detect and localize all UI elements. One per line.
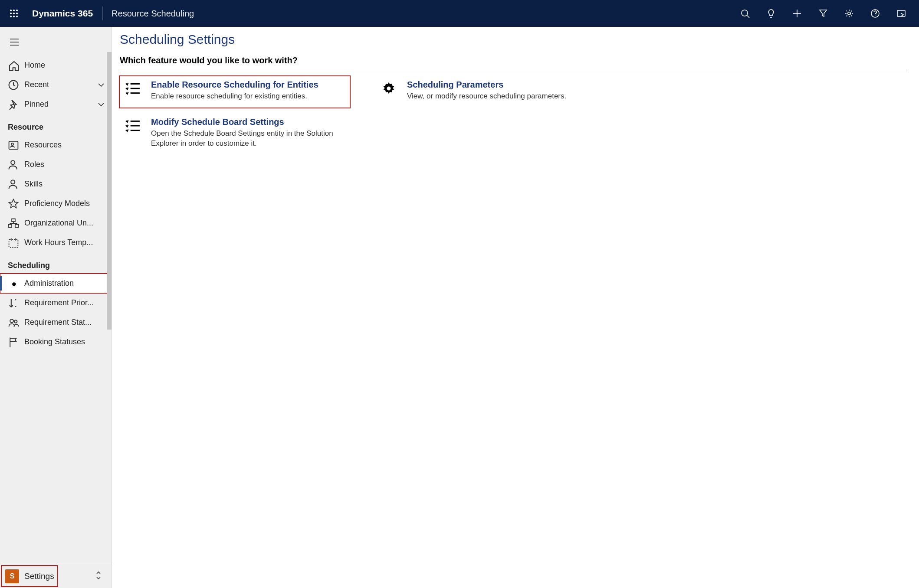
nav-label: Skills (24, 180, 105, 189)
gear-solid-icon (381, 81, 397, 96)
person-card-icon (8, 140, 19, 151)
person-card-icon-slot (8, 140, 19, 151)
nav-item[interactable]: Requirement Prior... (0, 293, 112, 313)
funnel-icon (818, 9, 828, 18)
settings-button[interactable] (837, 0, 862, 27)
app-name-label: Resource Scheduling (103, 9, 194, 19)
nav-label: Booking Statuses (24, 337, 105, 346)
area-switcher[interactable]: S Settings (0, 564, 112, 588)
nav-label: Home (24, 61, 105, 70)
nav-section-scheduling: Scheduling (0, 252, 112, 274)
nav-label: Requirement Prior... (24, 298, 105, 307)
people-icon-slot (8, 317, 19, 328)
pin-icon (8, 99, 19, 110)
panel-icon (896, 9, 906, 18)
nav-item-home[interactable]: Home (0, 56, 112, 75)
feature-tile[interactable]: Scheduling Parameters View, or modify re… (376, 76, 571, 105)
tile-desc: View, or modify resource scheduling para… (407, 91, 566, 101)
sidebar: Home Recent Pinned Resource Resources Ro… (0, 27, 112, 588)
calendar-dotted-icon-slot (8, 237, 19, 248)
app-launcher-button[interactable] (5, 5, 23, 22)
main-content: Scheduling Settings Which feature would … (112, 27, 919, 588)
hamburger-icon (10, 38, 19, 46)
gear-icon (8, 278, 19, 289)
nav-item-pinned[interactable]: Pinned (0, 95, 112, 114)
calendar-dotted-icon (8, 237, 19, 248)
nav-label: Work Hours Temp... (24, 238, 105, 247)
help-button[interactable] (863, 0, 888, 27)
chevron-updown-icon (95, 571, 102, 580)
nav-item[interactable]: Resources (0, 135, 112, 155)
nav-item[interactable]: Proficiency Models (0, 194, 112, 213)
area-label: Settings (24, 572, 54, 581)
nav-item[interactable]: Administration (0, 274, 112, 293)
checklist-icon (125, 118, 141, 134)
nav-item[interactable]: Organizational Un... (0, 213, 112, 233)
tile-desc: Open the Schedule Board Settings entity … (151, 129, 345, 149)
sort-down-icon (8, 297, 19, 309)
sort-down-icon-slot (8, 297, 19, 309)
person-icon-slot (8, 159, 19, 170)
flag-icon (8, 336, 19, 348)
waffle-icon (10, 9, 18, 18)
area-switch-icon (95, 571, 102, 581)
plus-icon (792, 9, 802, 18)
top-bar-right (732, 0, 914, 27)
nav-section-resource: Resource (0, 114, 112, 135)
gear-icon (844, 9, 854, 18)
area-badge: S (5, 569, 19, 583)
clock-icon (8, 79, 19, 91)
panel-toggle-button[interactable] (889, 0, 914, 27)
search-button[interactable] (732, 0, 758, 27)
person-icon (8, 159, 19, 170)
nav-item[interactable]: Roles (0, 155, 112, 174)
page-subtitle: Which feature would you like to work wit… (120, 53, 907, 70)
nav-label: Recent (24, 80, 97, 89)
star-icon-slot (8, 198, 19, 209)
lightbulb-icon (766, 9, 776, 18)
chevron-down-icon (97, 81, 105, 89)
search-icon (740, 9, 750, 18)
home-icon-slot (8, 60, 19, 71)
tile-title: Modify Schedule Board Settings (151, 117, 345, 127)
tile-title: Scheduling Parameters (407, 80, 566, 90)
nav-item[interactable]: Work Hours Temp... (0, 233, 112, 252)
gear-solid-icon (380, 80, 397, 97)
add-button[interactable] (784, 0, 810, 27)
help-icon (870, 9, 880, 18)
pin-icon-slot (8, 99, 19, 110)
assistant-button[interactable] (758, 0, 784, 27)
nav-item[interactable]: Requirement Stat... (0, 313, 112, 332)
org-icon (8, 218, 19, 229)
sidebar-collapse-button[interactable] (3, 31, 25, 53)
nav-item[interactable]: Skills (0, 174, 112, 194)
checklist-icon (124, 117, 141, 134)
page-title: Scheduling Settings (120, 31, 907, 53)
people-icon (8, 317, 19, 328)
nav-item[interactable]: Booking Statuses (0, 332, 112, 352)
chevron-down-icon (97, 100, 105, 109)
tile-title: Enable Resource Scheduling for Entities (151, 80, 318, 90)
person-icon (8, 179, 19, 190)
filter-button[interactable] (811, 0, 836, 27)
sidebar-scrollbar[interactable] (107, 52, 112, 330)
checklist-icon (125, 81, 141, 96)
person-icon-slot (8, 179, 19, 190)
top-bar-left: Dynamics 365 Resource Scheduling (5, 5, 194, 22)
nav-label: Administration (24, 279, 105, 288)
nav-label: Organizational Un... (24, 219, 105, 228)
nav-label: Resources (24, 140, 105, 150)
checklist-icon (124, 80, 141, 97)
nav-label: Requirement Stat... (24, 318, 105, 327)
brand-label[interactable]: Dynamics 365 (23, 8, 102, 19)
nav-label: Proficiency Models (24, 199, 105, 208)
feature-tile[interactable]: Enable Resource Scheduling for Entities … (120, 76, 350, 108)
nav-label: Roles (24, 160, 105, 169)
flag-icon-slot (8, 336, 19, 348)
feature-tile[interactable]: Modify Schedule Board Settings Open the … (120, 114, 350, 152)
nav-item-recent[interactable]: Recent (0, 75, 112, 95)
top-bar: Dynamics 365 Resource Scheduling (0, 0, 919, 27)
home-icon (8, 60, 19, 71)
nav-label: Pinned (24, 100, 97, 109)
clock-icon-slot (8, 79, 19, 91)
